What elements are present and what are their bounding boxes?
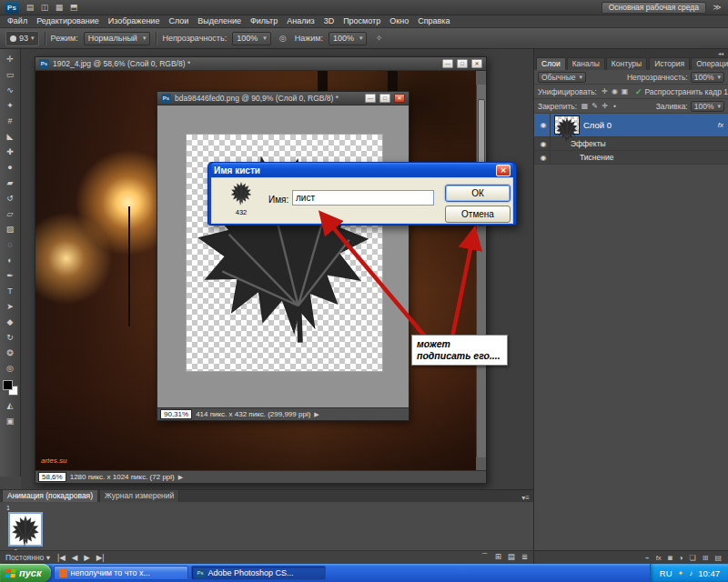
screen-mode-cycle-icon[interactable]: ▣ <box>2 414 19 428</box>
foreground-color-swatch[interactable] <box>3 380 13 390</box>
arrange-documents-icon[interactable]: ▦ <box>53 1 66 14</box>
panel-tab[interactable]: Операции <box>691 57 728 70</box>
convert-timeline-icon[interactable]: ≣ <box>521 552 528 563</box>
menu-item[interactable]: Изображение <box>104 15 165 27</box>
layer-row-layer0[interactable]: ◉ Слой 0 fx <box>534 114 728 137</box>
frame-thumbnail[interactable] <box>8 512 43 547</box>
close-button[interactable]: ✕ <box>471 59 482 68</box>
opacity-dropdown[interactable]: 100% ▾ <box>232 32 271 45</box>
visibility-eye-icon[interactable]: ◉ <box>537 114 551 136</box>
bridge-icon[interactable]: ▤ <box>24 1 36 14</box>
next-frame-icon[interactable]: ▶| <box>96 553 105 562</box>
eraser-tool[interactable]: ▱ <box>2 206 19 221</box>
panel-tab[interactable]: История <box>649 57 690 70</box>
menu-item[interactable]: Редактирование <box>32 15 104 27</box>
propagate-check-icon[interactable]: ✓ <box>635 87 642 96</box>
brush-name-input[interactable] <box>292 190 434 206</box>
restore-button[interactable]: □ <box>379 94 390 103</box>
language-indicator[interactable]: RU <box>660 568 672 578</box>
doc1-title-bar[interactable]: Ps 1902_4.jpg @ 58,6% (Слой 0, RGB/8) * … <box>35 57 486 71</box>
layer-effects-badge[interactable]: fx <box>718 121 725 129</box>
loop-dropdown[interactable]: Постоянно ▾ <box>5 553 50 562</box>
security-shield-icon[interactable]: ✦ <box>678 569 684 577</box>
zoom-tool[interactable]: ◎ <box>2 361 19 376</box>
menu-item[interactable]: Фильтр <box>246 15 282 27</box>
dialog-title-bar[interactable]: Имя кисти ✕ <box>211 163 513 177</box>
panel-tab[interactable]: Контуры <box>606 57 647 70</box>
status-menu-arrow-icon[interactable]: ▶ <box>178 474 183 481</box>
first-frame-icon[interactable]: |◀ <box>57 553 66 562</box>
type-tool[interactable]: T <box>2 284 19 298</box>
new-layer-icon[interactable]: ⊞ <box>703 554 709 562</box>
fill-dropdown[interactable]: 100% ▾ <box>691 101 724 112</box>
volume-icon[interactable]: ♪ <box>689 569 693 577</box>
quick-selection-tool[interactable]: ✦ <box>2 98 19 113</box>
clone-stamp-tool[interactable]: ▰ <box>2 176 19 190</box>
animation-frame-1[interactable]: 1 0 сек. ▾ <box>6 505 45 556</box>
play-icon[interactable]: ▶ <box>84 553 90 562</box>
ok-button[interactable]: ОК <box>445 185 511 202</box>
crop-tool[interactable]: # <box>2 114 19 128</box>
status-menu-arrow-icon[interactable]: ▶ <box>314 411 318 418</box>
eyedropper-tool[interactable]: ◣ <box>2 129 19 144</box>
panel-tab[interactable]: Анимация (покадровая) <box>2 489 98 502</box>
lock-position-icon[interactable]: ✛ <box>600 102 610 110</box>
path-selection-tool[interactable]: ➤ <box>2 299 19 314</box>
airbrush-icon[interactable]: ✧ <box>372 32 385 45</box>
menu-item[interactable]: Просмотр <box>339 15 385 27</box>
lasso-tool[interactable]: ∿ <box>2 83 19 97</box>
mode-dropdown[interactable]: Нормальный ▾ <box>84 32 151 45</box>
start-button[interactable]: пуск <box>0 564 51 582</box>
delete-frame-icon[interactable]: ▤ <box>508 552 515 563</box>
panel-tab[interactable]: Каналы <box>567 57 605 70</box>
lock-all-icon[interactable]: ▪ <box>610 102 620 110</box>
link-layers-icon[interactable]: ⌁ <box>645 554 650 562</box>
cancel-button[interactable]: Отмена <box>445 206 511 223</box>
screen-mode-icon[interactable]: ⬒ <box>67 1 80 14</box>
doc2-canvas[interactable] <box>157 105 409 407</box>
layer-style-icon[interactable]: fx <box>656 554 662 562</box>
taskbar-task-photoshop[interactable]: Ps Adobe Photoshop CS... <box>191 566 326 580</box>
history-brush-tool[interactable]: ↺ <box>2 191 19 206</box>
collapse-panels-icon[interactable]: ◂◂ <box>718 50 723 56</box>
menu-item[interactable]: Анализ <box>282 15 318 27</box>
restore-button[interactable]: □ <box>457 59 468 68</box>
visibility-eye-icon[interactable]: ◉ <box>537 137 551 150</box>
layer-mask-icon[interactable]: ◙ <box>668 554 672 562</box>
color-swatches[interactable] <box>3 380 18 396</box>
gradient-tool[interactable]: ▨ <box>2 222 19 236</box>
panel-tab[interactable]: Журнал измерений <box>99 489 179 502</box>
brush-tool[interactable]: ● <box>2 160 19 175</box>
3d-rotate-tool[interactable]: ↻ <box>2 330 19 345</box>
duplicate-frame-icon[interactable]: ⊞ <box>495 552 501 563</box>
prev-frame-icon[interactable]: ◀ <box>72 553 78 562</box>
layer-row-bevel[interactable]: ◉ Тиснение <box>534 151 728 165</box>
menu-item[interactable]: Справка <box>413 15 454 27</box>
quick-mask-icon[interactable]: ◭ <box>2 398 19 413</box>
layer-name[interactable]: Слой 0 <box>583 120 612 130</box>
zoom-field[interactable]: 58,6% <box>38 472 66 482</box>
move-tool[interactable]: ✛ <box>2 52 19 66</box>
marquee-tool[interactable]: ▭ <box>2 67 19 82</box>
taskbar-task-browser[interactable]: неполучим то что х... <box>54 566 188 580</box>
hand-tool[interactable]: ❂ <box>2 346 19 360</box>
blur-tool[interactable]: ◌ <box>2 237 19 252</box>
dodge-tool[interactable]: ◐ <box>2 253 19 267</box>
workspace-overflow-icon[interactable]: ≫ <box>711 1 723 14</box>
zoom-field[interactable]: 90,31% <box>160 409 192 419</box>
doc2-title-bar[interactable]: Ps bda98446fed0.png @ 90,9% (Слой 0, RGB… <box>157 92 409 105</box>
menu-item[interactable]: Файл <box>3 15 32 27</box>
visibility-eye-icon[interactable]: ◉ <box>537 151 551 164</box>
blend-mode-dropdown[interactable]: Обычные ▾ <box>538 72 586 83</box>
tween-icon[interactable]: ⌒ <box>480 552 489 563</box>
layer-group-icon[interactable]: ❏ <box>690 554 696 562</box>
close-button[interactable]: ✕ <box>394 94 405 103</box>
menu-item[interactable]: Выделение <box>193 15 246 27</box>
flow-dropdown[interactable]: 100% ▾ <box>329 32 368 45</box>
minimize-button[interactable]: — <box>365 94 376 103</box>
minimize-button[interactable]: — <box>442 59 453 68</box>
panel-menu-icon[interactable]: ▾≡ <box>518 494 533 502</box>
layer-thumbnail[interactable] <box>554 115 580 135</box>
tablet-pressure-icon[interactable]: ◎ <box>277 32 289 45</box>
lock-pixels-icon[interactable]: ✎ <box>590 102 600 110</box>
